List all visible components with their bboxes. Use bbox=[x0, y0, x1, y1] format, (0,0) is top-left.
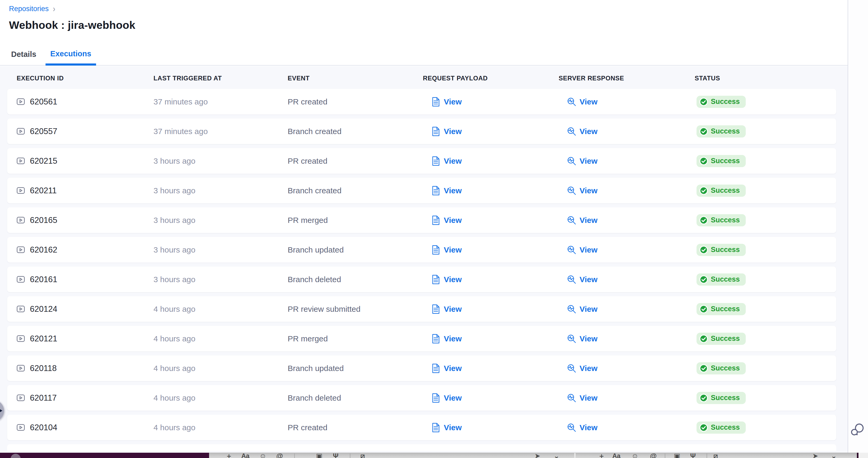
execution-id: 620165 bbox=[30, 216, 57, 225]
request-payload-view-link[interactable]: View bbox=[431, 364, 462, 373]
status-label: Success bbox=[711, 334, 740, 343]
server-response-cell: View bbox=[559, 304, 695, 314]
last-triggered-cell: 4 hours ago bbox=[154, 423, 288, 432]
status-cell: Success bbox=[695, 214, 836, 226]
request-payload-view-link[interactable]: View bbox=[431, 423, 462, 432]
avatar bbox=[10, 454, 21, 458]
server-response-view-link[interactable]: View bbox=[567, 423, 597, 432]
last-triggered-cell: 3 hours ago bbox=[154, 246, 288, 254]
table-row: 620211 3 hours ago Branch created View bbox=[7, 178, 836, 203]
server-response-view-link[interactable]: View bbox=[567, 97, 597, 106]
server-response-view-link[interactable]: View bbox=[567, 216, 597, 225]
execution-play-icon bbox=[17, 305, 25, 313]
shortcut-icon[interactable]: ⧄ bbox=[361, 453, 365, 458]
document-icon bbox=[431, 156, 440, 166]
request-payload-cell: View bbox=[423, 334, 559, 344]
format-icon[interactable]: Aa bbox=[241, 453, 250, 458]
last-triggered-cell: 4 hours ago bbox=[154, 364, 288, 373]
status-cell: Success bbox=[695, 155, 836, 167]
server-response-view-link[interactable]: View bbox=[567, 334, 597, 344]
event-cell: Branch created bbox=[288, 186, 423, 195]
table-row: 620162 3 hours ago Branch updated View bbox=[7, 237, 836, 263]
status-cell: Success bbox=[695, 96, 836, 108]
execution-id: 620561 bbox=[30, 97, 57, 106]
shortcut-icon[interactable]: ⧄ bbox=[713, 453, 718, 458]
view-label: View bbox=[580, 393, 597, 402]
server-response-cell: View bbox=[559, 275, 695, 284]
server-response-cell: View bbox=[559, 334, 695, 344]
server-response-view-link[interactable]: View bbox=[567, 275, 597, 284]
send-icon[interactable]: ➤ bbox=[534, 453, 540, 458]
execution-play-icon bbox=[17, 98, 25, 105]
request-payload-view-link[interactable]: View bbox=[431, 186, 462, 195]
execution-id-cell: 620211 bbox=[17, 186, 154, 195]
request-payload-view-link[interactable]: View bbox=[431, 97, 462, 106]
request-payload-view-link[interactable]: View bbox=[431, 156, 462, 166]
server-response-cell: View bbox=[559, 156, 695, 166]
document-icon bbox=[431, 304, 440, 314]
request-payload-cell: View bbox=[423, 186, 559, 195]
table-row: 620215 3 hours ago PR created View bbox=[7, 148, 836, 174]
search-pulse-icon bbox=[567, 97, 576, 106]
server-response-view-link[interactable]: View bbox=[567, 245, 597, 255]
request-payload-view-link[interactable]: View bbox=[431, 275, 462, 284]
status-label: Success bbox=[711, 305, 740, 313]
server-response-view-link[interactable]: View bbox=[567, 304, 597, 314]
server-response-view-link[interactable]: View bbox=[567, 364, 597, 373]
mic-icon[interactable]: Ψ bbox=[333, 453, 338, 458]
execution-id: 620117 bbox=[30, 393, 57, 403]
request-payload-view-link[interactable]: View bbox=[431, 127, 462, 136]
document-icon bbox=[431, 423, 440, 432]
plus-icon[interactable]: ＋ bbox=[225, 453, 232, 458]
page-title: Webhook : jira-webhook bbox=[9, 19, 135, 31]
chevron-down-icon[interactable]: ⌄ bbox=[554, 453, 559, 458]
execution-play-icon bbox=[17, 394, 25, 401]
server-response-view-link[interactable]: View bbox=[567, 156, 597, 166]
tab-details[interactable]: Details bbox=[11, 50, 36, 66]
server-response-cell: View bbox=[559, 364, 695, 373]
send-icon[interactable]: ➤ bbox=[812, 453, 818, 458]
document-icon bbox=[431, 364, 440, 373]
request-payload-view-link[interactable]: View bbox=[431, 304, 462, 314]
chevron-right-icon: › bbox=[53, 4, 55, 14]
image-icon[interactable]: ▣ bbox=[316, 453, 322, 458]
emoji-icon[interactable]: ☺ bbox=[631, 453, 639, 458]
view-label: View bbox=[580, 423, 597, 432]
event-cell: PR review submitted bbox=[288, 305, 423, 314]
tab-executions[interactable]: Executions bbox=[45, 50, 96, 66]
view-label: View bbox=[580, 334, 597, 343]
server-response-view-link[interactable]: View bbox=[567, 186, 597, 195]
image-icon[interactable]: ▣ bbox=[674, 453, 680, 458]
table-row: 620104 4 hours ago PR created View bbox=[7, 415, 836, 440]
last-triggered-cell: 4 hours ago bbox=[154, 305, 288, 314]
plus-icon[interactable]: ＋ bbox=[598, 453, 605, 458]
emoji-icon[interactable]: ☺ bbox=[259, 453, 267, 458]
chat-bubbles-icon[interactable] bbox=[850, 422, 865, 437]
request-payload-view-link[interactable]: View bbox=[431, 393, 462, 403]
breadcrumb-repositories-link[interactable]: Repositories bbox=[9, 5, 49, 13]
request-payload-view-link[interactable]: View bbox=[431, 334, 462, 344]
request-payload-cell: View bbox=[423, 156, 559, 166]
status-badge: Success bbox=[696, 422, 746, 434]
request-payload-view-link[interactable]: View bbox=[431, 216, 462, 225]
success-check-icon bbox=[700, 216, 708, 225]
request-payload-view-link[interactable]: View bbox=[431, 245, 462, 255]
mention-icon[interactable]: @ bbox=[650, 453, 656, 458]
success-check-icon bbox=[700, 364, 708, 372]
format-icon[interactable]: Aa bbox=[612, 453, 621, 458]
server-response-view-link[interactable]: View bbox=[567, 393, 597, 403]
composer-toolbar-sliver: ＋ Aa ☺ @ ▣ Ψ ⧄ ➤ ⌄ ＋ Aa ☺ @ ▣ Ψ ⧄ ➤ ⌄ bbox=[209, 453, 857, 458]
mention-icon[interactable]: @ bbox=[276, 453, 283, 458]
status-cell: Success bbox=[695, 185, 836, 197]
mic-icon[interactable]: Ψ bbox=[690, 453, 696, 458]
divider bbox=[350, 454, 350, 458]
server-response-view-link[interactable]: View bbox=[567, 127, 597, 136]
divider bbox=[665, 454, 665, 458]
execution-id: 620162 bbox=[30, 245, 57, 255]
chevron-down-icon[interactable]: ⌄ bbox=[831, 453, 837, 458]
execution-play-icon bbox=[17, 187, 25, 194]
window-corner bbox=[859, 453, 868, 458]
success-check-icon bbox=[700, 127, 708, 136]
view-label: View bbox=[444, 364, 462, 373]
search-pulse-icon bbox=[567, 334, 576, 344]
